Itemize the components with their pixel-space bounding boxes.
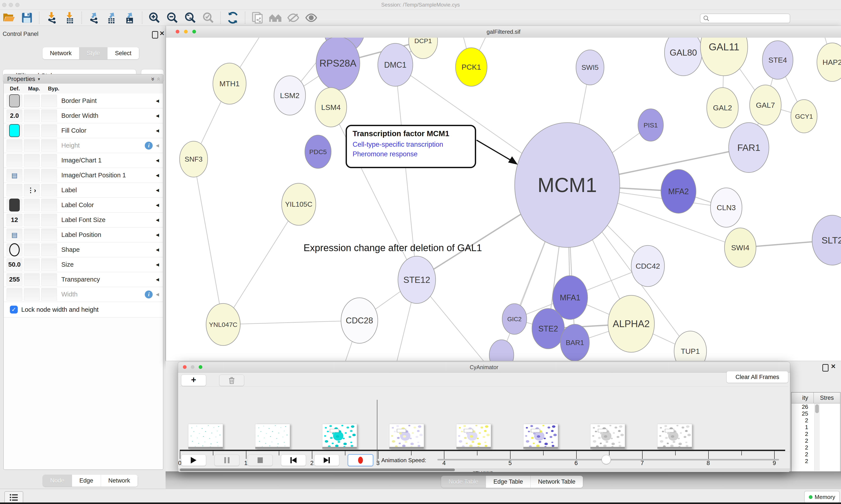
timeline-scrollbar[interactable]: [178, 468, 790, 471]
bypass-cell[interactable]: [41, 258, 57, 271]
property-row-label-font-size[interactable]: 12Label Font Size◀: [4, 213, 163, 228]
table-cell-value[interactable]: 25: [791, 410, 813, 417]
property-row-image-chart-position-1[interactable]: ▤Image/Chart Position 1◀: [4, 168, 163, 183]
default-value-cell[interactable]: ▤: [6, 229, 22, 241]
property-row-width[interactable]: Widthi◀: [4, 287, 163, 302]
default-value-cell[interactable]: [6, 288, 22, 301]
network-node-swi5[interactable]: SWI5: [576, 50, 604, 85]
default-value-cell[interactable]: [6, 154, 22, 167]
collapse-arrow-icon[interactable]: ◀: [156, 187, 159, 193]
mapping-cell[interactable]: [24, 258, 40, 271]
network-node-bar1[interactable]: BAR1: [560, 324, 589, 361]
table-cell-value[interactable]: 2: [791, 458, 813, 465]
network-window-titlebar[interactable]: galFiltered.sif: [166, 26, 841, 38]
tab-edge-table[interactable]: Edge Table: [486, 476, 531, 488]
mapping-cell[interactable]: [24, 109, 40, 122]
table-cell-value[interactable]: 2: [791, 417, 813, 424]
collapse-arrow-icon[interactable]: ◀: [156, 217, 159, 222]
mapping-cell[interactable]: [24, 288, 40, 301]
network-edge[interactable]: [223, 321, 359, 324]
bypass-cell[interactable]: [41, 214, 57, 226]
frame-thumbnail-5[interactable]: [456, 424, 491, 449]
export-network-icon[interactable]: [87, 11, 101, 24]
import-table-icon[interactable]: [62, 11, 77, 24]
frame-thumbnail-8[interactable]: [657, 424, 692, 449]
skip-to-end-button[interactable]: [314, 454, 339, 466]
network-node-lsm4[interactable]: LSM4: [315, 88, 347, 127]
show-panels-button[interactable]: [4, 491, 23, 504]
mapping-cell[interactable]: [24, 124, 40, 137]
table-cell-value[interactable]: 2: [791, 431, 813, 437]
hide-selected-icon[interactable]: [286, 11, 301, 24]
network-overview-icon[interactable]: [268, 11, 283, 24]
export-table-icon[interactable]: [105, 11, 119, 24]
show-selected-icon[interactable]: [304, 11, 319, 24]
network-node-ste4[interactable]: STE4: [763, 41, 793, 79]
network-node-gcy1[interactable]: GCY1: [791, 100, 817, 133]
network-node-gal2[interactable]: GAL2: [707, 88, 738, 128]
bypass-cell[interactable]: [41, 154, 57, 167]
add-frame-button[interactable]: +: [181, 375, 206, 386]
default-value-cell[interactable]: [6, 184, 22, 196]
network-node-dcp1[interactable]: DCP1: [409, 38, 437, 59]
properties-header[interactable]: Properties ▾ » »: [4, 74, 163, 84]
mapping-cell[interactable]: [24, 244, 40, 256]
close-panel-icon[interactable]: ✕: [159, 30, 164, 37]
tab-edge[interactable]: Edge: [72, 475, 101, 487]
record-button[interactable]: [347, 454, 373, 466]
default-value-cell[interactable]: 12: [6, 214, 22, 226]
close-panel-icon[interactable]: ✕: [831, 363, 836, 370]
network-node-alpha2[interactable]: ALPHA2: [608, 295, 655, 352]
network-node-lsm2[interactable]: LSM2: [274, 76, 305, 115]
property-row-fill-color[interactable]: Fill Color◀: [4, 123, 163, 138]
frame-thumbnail-4[interactable]: [389, 424, 424, 449]
network-node-cdc28[interactable]: CDC28: [341, 298, 378, 343]
tab-network-table[interactable]: Network Table: [531, 476, 583, 488]
frame-thumbnail-7[interactable]: [590, 424, 625, 449]
network-node-hap2[interactable]: HAP2: [817, 43, 841, 82]
network-node-slt2[interactable]: SLT2: [812, 215, 841, 265]
network-node-far1[interactable]: FAR1: [729, 123, 769, 173]
network-edge[interactable]: [194, 159, 223, 324]
mapping-cell[interactable]: ⋮›: [24, 184, 40, 196]
playhead[interactable]: [377, 400, 377, 463]
annotation-box[interactable]: Transcription factor MCM1 Cell-type-spec…: [345, 125, 476, 168]
property-row-label-color[interactable]: Label Color◀: [4, 198, 163, 213]
frame-thumbnail-3[interactable]: [322, 424, 357, 449]
network-node-ynl047c[interactable]: YNL047C: [206, 303, 240, 345]
collapse-arrow-icon[interactable]: ◀: [156, 158, 159, 163]
default-value-cell[interactable]: 50.0: [6, 258, 22, 271]
tab-network[interactable]: Network: [101, 475, 138, 487]
property-row-shape[interactable]: Shape◀: [4, 242, 163, 257]
network-node-swi4[interactable]: SWI4: [724, 228, 756, 267]
stop-button[interactable]: [248, 454, 273, 466]
network-node-gal7[interactable]: GAL7: [750, 85, 781, 125]
timeline[interactable]: 0123456789 Seconds: [180, 386, 788, 452]
bypass-cell[interactable]: [41, 109, 57, 122]
collapse-arrow-icon[interactable]: ◀: [156, 277, 159, 282]
tab-node-table[interactable]: Node Table: [441, 476, 486, 488]
network-node-pck1[interactable]: PCK1: [455, 48, 487, 86]
network-node-ste12[interactable]: STE12: [398, 256, 435, 303]
bypass-cell[interactable]: [41, 273, 57, 286]
clear-all-frames-button[interactable]: Clear All Frames: [727, 371, 788, 383]
network-edge[interactable]: [223, 204, 299, 324]
collapse-arrow-icon[interactable]: ◀: [156, 128, 159, 133]
bypass-cell[interactable]: [41, 139, 57, 152]
table-cell-value[interactable]: 2: [791, 451, 813, 458]
bypass-cell[interactable]: [41, 199, 57, 211]
refresh-view-icon[interactable]: [226, 11, 240, 24]
network-node-gal80[interactable]: GAL80: [664, 38, 702, 76]
mapping-cell[interactable]: [24, 169, 40, 181]
collapse-arrow-icon[interactable]: ◀: [156, 143, 159, 148]
property-row-border-width[interactable]: 2.0Border Width◀: [4, 108, 163, 123]
zoom-in-icon[interactable]: [147, 11, 162, 24]
network-canvas[interactable]: RPS28BDCP1DMC1PCK1RPS28AMTH1LSM2LSM4SWI5…: [166, 38, 841, 363]
delete-frame-button[interactable]: [219, 375, 244, 386]
import-network-icon[interactable]: [44, 11, 59, 24]
zoom-fit-icon[interactable]: [183, 11, 198, 24]
frame-thumbnail-6[interactable]: [523, 424, 558, 449]
collapse-arrow-icon[interactable]: ◀: [156, 113, 159, 118]
property-row-label[interactable]: ⋮›Label◀: [4, 183, 163, 198]
search-input[interactable]: [700, 14, 790, 23]
